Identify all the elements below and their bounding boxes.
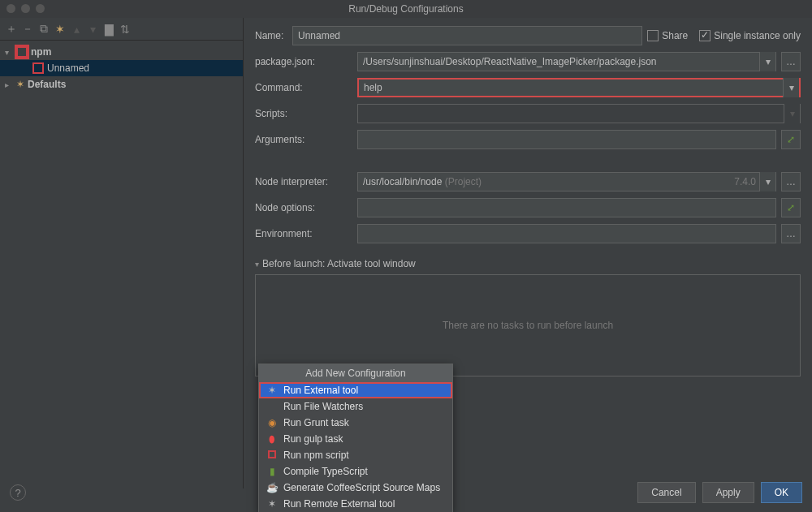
grunt-icon: ◉ [266,417,279,428]
popup-run-npm[interactable]: Run npm script [259,447,452,463]
arguments-label: Arguments: [255,134,352,145]
tool-icon: ✶ [266,385,279,396]
browse-button[interactable]: … [781,52,801,71]
node-options-input[interactable] [357,198,776,217]
tree-label: npm [31,46,51,58]
gulp-icon: ⬮ [266,433,279,445]
name-label: Name: [255,30,287,41]
before-launch-header[interactable]: Before launch: Activate tool window [255,258,801,269]
config-tree: npm Unnamed ✶ Defaults [0,41,243,488]
tree-label: Defaults [28,79,66,90]
popup-generate-coffeescript[interactable]: ☕ Generate CoffeeScript Source Maps [259,480,452,496]
typescript-icon: ▮ [266,466,279,477]
node-interpreter-label: Node interpreter: [255,176,352,187]
save-template-icon[interactable]: ✶ [54,23,67,36]
command-select[interactable]: help ▾ [357,78,801,97]
npm-icon [266,450,279,461]
zoom-dot[interactable] [36,4,45,13]
move-down-icon[interactable]: ▾ [86,23,99,36]
node-options-label: Node options: [255,202,352,213]
tree-group-npm[interactable]: npm [0,44,243,60]
minimize-dot[interactable] [21,4,30,13]
expand-icon[interactable] [5,80,13,89]
popup-title: Add New Configuration [259,364,452,382]
npm-icon [16,46,28,58]
popup-run-external-tool[interactable]: ✶ Run External tool [259,382,452,398]
dropdown-icon[interactable]: ▾ [783,78,799,97]
dropdown-icon[interactable]: ▾ [759,52,775,71]
popup-compile-typescript[interactable]: ▮ Compile TypeScript [259,463,452,480]
apply-button[interactable]: Apply [702,482,754,503]
close-dot[interactable] [6,4,15,13]
config-sidebar: ＋ － ⧉ ✶ ▴ ▾ ▇ ⇅ npm Unnamed ✶ Defaults [0,18,244,488]
scripts-select: ▾ [357,104,801,123]
environment-label: Environment: [255,228,352,239]
dropdown-icon: ▾ [784,104,800,123]
coffee-icon: ☕ [266,482,279,493]
cancel-button[interactable]: Cancel [637,482,695,503]
move-up-icon[interactable]: ▴ [70,23,83,36]
package-label: package.json: [255,56,352,67]
environment-input[interactable] [357,224,776,243]
expand-icon[interactable] [5,48,13,57]
before-launch-tasks: There are no tasks to run before launch [255,274,801,376]
sidebar-toolbar: ＋ － ⧉ ✶ ▴ ▾ ▇ ⇅ [0,18,243,41]
add-icon[interactable]: ＋ [5,23,18,36]
scripts-label: Scripts: [255,108,352,119]
name-input[interactable]: Unnamed [292,26,642,45]
remove-icon[interactable]: － [21,23,34,36]
single-instance-checkbox[interactable]: Single instance only [699,30,801,41]
sort-icon[interactable]: ⇅ [119,23,132,36]
wrench-icon: ✶ [16,79,24,90]
node-interpreter-select[interactable]: /usr/local/bin/node (Project) 7.4.0 ▾ [357,172,776,191]
window-title: Run/Debug Configurations [348,3,463,15]
mac-traffic-lights [6,4,45,13]
ok-button[interactable]: OK [761,482,802,503]
browse-button[interactable]: … [781,172,801,191]
share-checkbox[interactable]: Share [647,30,688,41]
tree-group-defaults[interactable]: ✶ Defaults [0,76,243,93]
popup-run-grunt[interactable]: ◉ Run Grunt task [259,415,452,431]
tree-item-unnamed[interactable]: Unnamed [0,60,243,76]
arguments-input[interactable] [357,130,776,149]
popup-run-gulp[interactable]: ⬮ Run gulp task [259,431,452,447]
popup-run-remote-external[interactable]: ✶ Run Remote External tool [259,496,452,512]
tree-label: Unnamed [47,62,89,74]
popup-run-file-watchers[interactable]: Run File Watchers [259,398,452,415]
checkbox-icon [647,30,659,41]
expand-button[interactable]: ⤢ [781,130,801,149]
dropdown-icon[interactable]: ▾ [759,172,775,191]
npm-icon [32,62,44,74]
add-config-popup: Add New Configuration ✶ Run External too… [258,364,453,512]
window-titlebar: Run/Debug Configurations [0,0,812,18]
package-input[interactable]: /Users/sunjinshuai/Desktop/ReactNative_I… [357,52,776,71]
expand-button[interactable]: ⤢ [781,198,801,217]
command-label: Command: [255,82,352,93]
help-button[interactable]: ? [10,484,26,501]
remote-tool-icon: ✶ [266,498,279,510]
browse-button[interactable]: … [781,224,801,243]
checkbox-icon [699,30,710,41]
copy-icon[interactable]: ⧉ [37,23,50,36]
folder-icon[interactable]: ▇ [102,23,115,36]
